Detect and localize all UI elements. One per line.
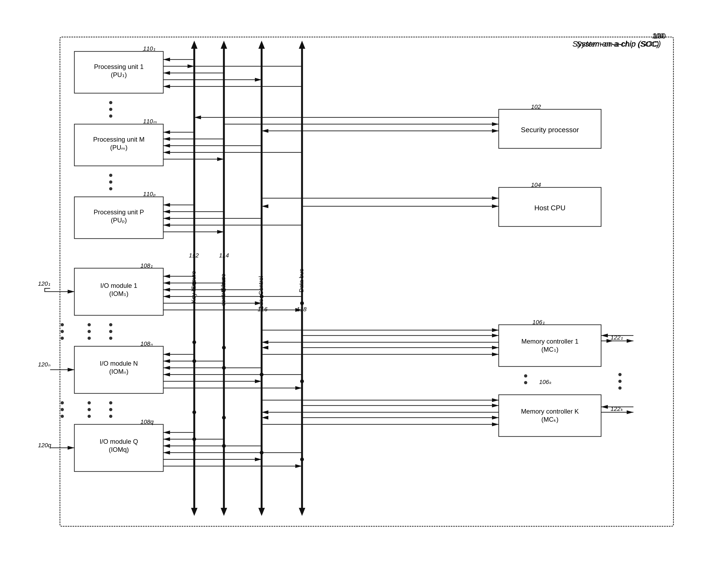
svg-point-38 bbox=[109, 415, 112, 418]
svg-marker-141 bbox=[255, 379, 262, 383]
svg-point-129 bbox=[222, 288, 226, 291]
svg-text:Key bus: Key bus bbox=[190, 282, 197, 303]
svg-point-24 bbox=[88, 330, 91, 333]
svg-point-146 bbox=[260, 373, 264, 376]
svg-point-28 bbox=[109, 336, 112, 340]
svg-marker-115 bbox=[217, 230, 224, 234]
soc-title: System-on-a-chip (SOC) bbox=[576, 40, 659, 48]
svg-marker-113 bbox=[163, 223, 170, 227]
svg-marker-194 bbox=[262, 416, 268, 419]
svg-marker-69 bbox=[299, 41, 305, 49]
svg-marker-70 bbox=[299, 508, 305, 516]
svg-point-147 bbox=[300, 379, 304, 383]
svg-point-6 bbox=[109, 108, 112, 111]
svg-marker-190 bbox=[492, 404, 499, 407]
svg-marker-212 bbox=[68, 446, 74, 450]
svg-point-215 bbox=[61, 336, 64, 340]
diagram-svg: Processing unit 1 (PU₁) 110₁ Processing … bbox=[27, 20, 701, 546]
svg-marker-135 bbox=[163, 359, 170, 363]
svg-marker-66 bbox=[258, 41, 265, 49]
svg-point-128 bbox=[192, 281, 196, 285]
svg-point-163 bbox=[300, 457, 304, 461]
svg-point-217 bbox=[61, 408, 64, 411]
svg-text:120q: 120q bbox=[38, 442, 51, 449]
svg-text:Data bus: Data bus bbox=[298, 269, 305, 292]
svg-marker-165 bbox=[194, 116, 201, 119]
svg-text:110₁: 110₁ bbox=[143, 45, 155, 52]
svg-point-198 bbox=[192, 340, 196, 344]
svg-marker-63 bbox=[221, 41, 227, 49]
svg-marker-170 bbox=[492, 129, 499, 133]
svg-text:Processing unit M: Processing unit M bbox=[93, 136, 145, 143]
svg-point-27 bbox=[109, 330, 112, 333]
svg-marker-159 bbox=[295, 464, 302, 468]
svg-marker-230 bbox=[601, 405, 608, 409]
svg-text:Security processor: Security processor bbox=[521, 126, 579, 134]
svg-marker-206 bbox=[68, 290, 74, 293]
svg-text:Memory controller 1: Memory controller 1 bbox=[521, 338, 578, 345]
svg-text:(PUₘ): (PUₘ) bbox=[110, 144, 127, 151]
svg-marker-139 bbox=[163, 373, 170, 376]
svg-text:Host CPU: Host CPU bbox=[534, 204, 566, 212]
svg-point-199 bbox=[222, 346, 226, 349]
svg-point-216 bbox=[61, 401, 64, 404]
svg-marker-172 bbox=[492, 196, 499, 200]
svg-text:108ₙ: 108ₙ bbox=[140, 340, 153, 347]
svg-text:106₁: 106₁ bbox=[532, 319, 545, 325]
svg-text:Control: Control bbox=[258, 276, 264, 295]
svg-point-26 bbox=[109, 323, 112, 326]
svg-point-233 bbox=[618, 386, 622, 390]
svg-text:110ₚ: 110ₚ bbox=[143, 191, 156, 197]
svg-point-33 bbox=[88, 401, 91, 404]
svg-text:(PUₚ): (PUₚ) bbox=[111, 217, 127, 224]
svg-point-23 bbox=[88, 323, 91, 326]
svg-marker-97 bbox=[163, 130, 170, 134]
svg-text:104: 104 bbox=[531, 182, 541, 188]
svg-point-25 bbox=[88, 336, 91, 340]
svg-marker-181 bbox=[262, 340, 268, 344]
svg-point-36 bbox=[109, 401, 112, 404]
svg-marker-192 bbox=[262, 410, 268, 414]
svg-marker-67 bbox=[258, 508, 265, 516]
svg-text:108q: 108q bbox=[140, 418, 154, 425]
svg-marker-174 bbox=[262, 204, 268, 208]
svg-marker-61 bbox=[191, 508, 197, 516]
svg-text:I/O module 1: I/O module 1 bbox=[100, 282, 137, 289]
svg-marker-153 bbox=[163, 444, 170, 448]
svg-marker-95 bbox=[163, 85, 170, 88]
svg-point-5 bbox=[109, 101, 112, 104]
svg-marker-149 bbox=[163, 430, 170, 434]
svg-marker-179 bbox=[492, 333, 499, 337]
svg-point-160 bbox=[192, 437, 196, 441]
svg-text:Processing unit P: Processing unit P bbox=[94, 209, 144, 216]
svg-marker-119 bbox=[163, 281, 170, 285]
svg-marker-64 bbox=[221, 508, 227, 516]
svg-marker-225 bbox=[601, 333, 608, 337]
svg-marker-184 bbox=[492, 346, 499, 349]
svg-point-53 bbox=[524, 374, 527, 377]
svg-point-14 bbox=[109, 187, 112, 190]
svg-marker-87 bbox=[163, 58, 170, 61]
svg-point-218 bbox=[61, 415, 64, 418]
svg-marker-151 bbox=[163, 437, 170, 441]
svg-marker-157 bbox=[255, 457, 262, 461]
svg-text:114: 114 bbox=[219, 252, 229, 259]
svg-text:102: 102 bbox=[531, 103, 541, 110]
svg-text:Memory controller K: Memory controller K bbox=[521, 408, 579, 415]
svg-marker-99 bbox=[163, 137, 170, 141]
svg-marker-175 bbox=[492, 204, 499, 208]
svg-point-130 bbox=[260, 294, 264, 298]
svg-point-213 bbox=[61, 323, 64, 326]
svg-marker-186 bbox=[492, 352, 499, 356]
svg-text:(MC₁): (MC₁) bbox=[541, 346, 558, 353]
svg-marker-155 bbox=[163, 451, 170, 454]
svg-point-200 bbox=[192, 410, 196, 414]
svg-text:106ₖ: 106ₖ bbox=[539, 378, 552, 385]
svg-marker-89 bbox=[188, 64, 194, 68]
svg-text:(MCₖ): (MCₖ) bbox=[541, 416, 558, 423]
svg-point-231 bbox=[618, 373, 622, 376]
svg-marker-105 bbox=[217, 157, 224, 161]
svg-point-13 bbox=[109, 181, 112, 184]
svg-point-214 bbox=[61, 330, 64, 333]
svg-marker-109 bbox=[163, 210, 170, 214]
